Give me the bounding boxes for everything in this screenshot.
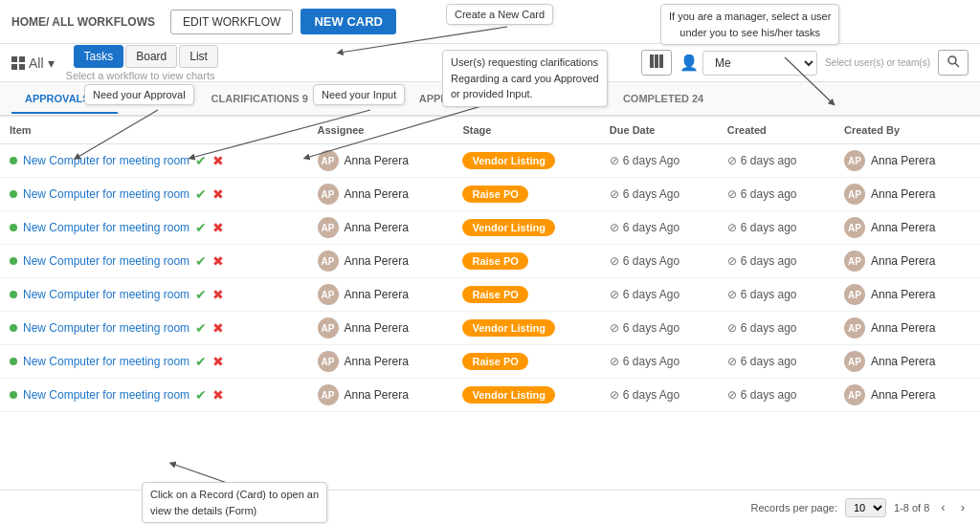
cell-created: ⊘6 days ago — [718, 278, 835, 312]
stage-badge: Vendor Listing — [462, 219, 554, 236]
tabs-bar: APPROVALS 24INPUTS 12CLARIFICATIONS 9DRA… — [0, 82, 980, 117]
table-row[interactable]: New Computer for meeting room ✔ ✖ APAnna… — [0, 211, 980, 245]
cell-assignee: APAnna Perera — [308, 211, 454, 245]
approve-icon[interactable]: ✔ — [195, 186, 207, 202]
cell-created-by: APAnna Perera — [835, 312, 980, 345]
approve-icon[interactable]: ✔ — [195, 354, 207, 369]
tab-completed[interactable]: COMPLETED 24 — [610, 85, 717, 114]
approve-icon[interactable]: ✔ — [195, 287, 207, 302]
cell-created-by: APAnna Perera — [835, 245, 980, 278]
avatar: AP — [318, 251, 339, 272]
user-icon: 👤 — [679, 54, 699, 72]
table-row[interactable]: New Computer for meeting room ✔ ✖ APAnna… — [0, 379, 980, 412]
avatar: AP — [318, 217, 339, 238]
clock-icon: ⊘ — [610, 221, 619, 234]
item-link[interactable]: New Computer for meeting room — [23, 355, 189, 368]
tab-board[interactable]: Board — [125, 45, 177, 68]
prev-page-button[interactable]: ‹ — [937, 499, 948, 515]
due-date-value: 6 days Ago — [623, 187, 679, 201]
due-date-value: 6 days Ago — [623, 254, 679, 268]
cell-item: New Computer for meeting room ✔ ✖ — [0, 178, 308, 211]
tab-drafts[interactable]: DRAFTS 75 — [322, 85, 406, 114]
reject-icon[interactable]: ✖ — [212, 287, 224, 302]
due-date-value: 6 days Ago — [623, 288, 679, 301]
edit-workflow-button[interactable]: EDIT WORKFLOW — [170, 10, 293, 34]
approve-icon[interactable]: ✔ — [195, 153, 207, 168]
due-date-value: 6 days Ago — [623, 355, 679, 368]
tab-tasks[interactable]: Tasks — [74, 45, 124, 68]
item-link[interactable]: New Computer for meeting room — [23, 154, 189, 167]
reject-icon[interactable]: ✖ — [212, 253, 224, 269]
reject-icon[interactable]: ✖ — [212, 186, 224, 202]
avatar: AP — [844, 184, 865, 205]
clock-icon: ⊘ — [610, 288, 619, 301]
tab-list[interactable]: List — [179, 45, 218, 68]
page-size-select[interactable]: 10 — [845, 498, 886, 517]
item-link[interactable]: New Computer for meeting room — [23, 187, 189, 201]
cell-due-date: ⊘6 days Ago — [600, 178, 718, 211]
tab-clarifications[interactable]: CLARIFICATIONS 9 — [198, 85, 322, 114]
approve-icon[interactable]: ✔ — [195, 387, 207, 403]
created-value: 6 days ago — [741, 355, 797, 368]
item-link[interactable]: New Computer for meeting room — [23, 221, 189, 234]
reject-icon[interactable]: ✖ — [212, 320, 224, 336]
reject-icon[interactable]: ✖ — [212, 220, 224, 235]
tab-rejected[interactable]: REJECTED 14 — [512, 85, 610, 114]
cell-due-date: ⊘6 days Ago — [600, 379, 718, 412]
cell-created-by: APAnna Perera — [835, 144, 980, 178]
approve-icon[interactable]: ✔ — [195, 253, 207, 269]
right-toolbar: 👤 Me Select user(s) or team(s) — [641, 50, 969, 76]
table-row[interactable]: New Computer for meeting room ✔ ✖ APAnna… — [0, 312, 980, 345]
clock-icon: ⊘ — [610, 154, 619, 167]
new-card-button[interactable]: NEW CARD — [301, 9, 396, 34]
created-value: 6 days ago — [741, 254, 797, 268]
clock-icon: ⊘ — [727, 221, 737, 234]
kanban-view-button[interactable] — [641, 50, 672, 76]
stage-badge: Raise PO — [462, 353, 527, 370]
status-dot — [10, 190, 17, 198]
table-row[interactable]: New Computer for meeting room ✔ ✖ APAnna… — [0, 278, 980, 312]
user-select[interactable]: Me — [702, 51, 817, 76]
col-assignee: Assignee — [308, 117, 454, 144]
approve-icon[interactable]: ✔ — [195, 220, 207, 235]
clock-icon: ⊘ — [727, 154, 737, 167]
user-selector-container: 👤 Me — [679, 51, 817, 76]
table-row[interactable]: New Computer for meeting room ✔ ✖ APAnna… — [0, 245, 980, 278]
tab-approvals[interactable]: APPROVALS 24 — [11, 85, 118, 114]
item-link[interactable]: New Computer for meeting room — [23, 388, 189, 402]
next-page-button[interactable]: › — [957, 499, 969, 515]
grid-view-icon[interactable]: All ▾ — [11, 55, 55, 71]
cell-assignee: APAnna Perera — [308, 278, 454, 312]
svg-rect-6 — [11, 56, 17, 62]
cell-assignee: APAnna Perera — [308, 144, 454, 178]
reject-icon[interactable]: ✖ — [212, 354, 224, 369]
approve-icon[interactable]: ✔ — [195, 320, 207, 336]
table-row[interactable]: New Computer for meeting room ✔ ✖ APAnna… — [0, 178, 980, 211]
due-date-value: 6 days Ago — [623, 388, 679, 402]
item-link[interactable]: New Computer for meeting room — [23, 321, 189, 335]
cell-assignee: APAnna Perera — [308, 379, 454, 412]
avatar: AP — [318, 150, 339, 171]
cell-stage: Vendor Listing — [453, 211, 599, 245]
tab-inputs[interactable]: INPUTS 12 — [118, 85, 198, 114]
cell-created: ⊘6 days ago — [718, 178, 835, 211]
item-link[interactable]: New Computer for meeting room — [23, 254, 189, 268]
reject-icon[interactable]: ✖ — [212, 387, 224, 403]
cell-stage: Raise PO — [453, 245, 599, 278]
assignee-name: Anna Perera — [345, 355, 409, 368]
item-link[interactable]: New Computer for meeting room — [23, 288, 189, 301]
table-row[interactable]: New Computer for meeting room ✔ ✖ APAnna… — [0, 144, 980, 178]
stage-badge: Raise PO — [462, 252, 527, 270]
cell-created-by: APAnna Perera — [835, 345, 980, 379]
avatar: AP — [318, 184, 339, 205]
cell-due-date: ⊘6 days Ago — [600, 144, 718, 178]
created-value: 6 days ago — [741, 388, 797, 402]
cell-created: ⊘6 days ago — [718, 312, 835, 345]
clock-icon: ⊘ — [727, 321, 737, 335]
reject-icon[interactable]: ✖ — [212, 153, 224, 168]
tab-approved[interactable]: APPROVED 148 — [406, 85, 512, 114]
due-date-value: 6 days Ago — [623, 221, 679, 234]
table-row[interactable]: New Computer for meeting room ✔ ✖ APAnna… — [0, 345, 980, 379]
created-value: 6 days ago — [741, 154, 797, 167]
search-button[interactable] — [938, 50, 969, 76]
